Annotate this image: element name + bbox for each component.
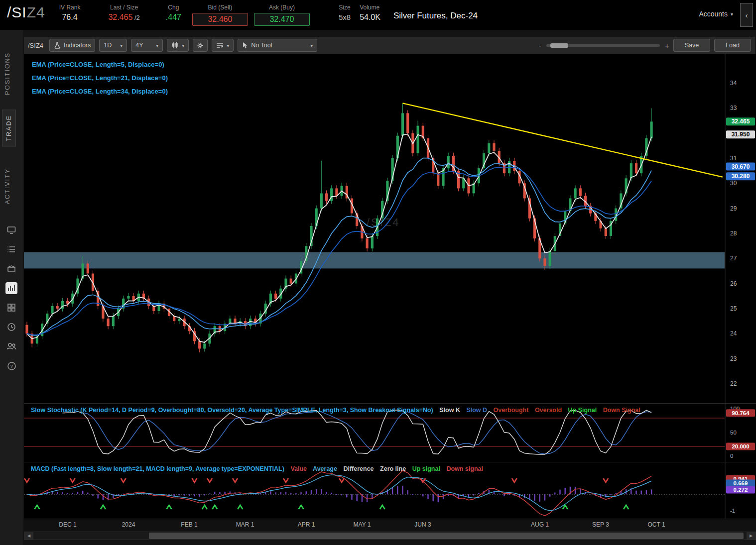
svg-text:28: 28: [730, 230, 737, 237]
last-size-stat: Last / Size 32.465 /2: [108, 3, 139, 23]
svg-text:0.669: 0.669: [734, 480, 748, 486]
flask-icon: [54, 42, 61, 49]
ask-price: 32.470: [269, 15, 294, 24]
zoom-slider[interactable]: [546, 44, 660, 47]
range-dropdown[interactable]: 4Y ▾: [131, 39, 163, 52]
help-icon[interactable]: ?: [5, 360, 17, 372]
iv-rank-label: IV Rank: [59, 3, 81, 12]
tab-trade[interactable]: TRADE: [2, 109, 16, 146]
instrument-title: Silver Futures, Dec-24: [393, 11, 478, 21]
accounts-label: Accounts: [699, 10, 728, 18]
tab-activity[interactable]: ACTIVITY: [4, 168, 11, 204]
ema21-label[interactable]: EMA (Price=CLOSE, Length=21, Displace=0): [32, 71, 168, 85]
svg-text:30.280: 30.280: [732, 173, 750, 180]
svg-text:31.950: 31.950: [732, 131, 750, 138]
price-chart-panel[interactable]: EMA (Price=CLOSE, Length=5, Displace=0) …: [24, 54, 756, 403]
header: /SIZ4 IV Rank 76.4 Last / Size 32.465 /2…: [0, 0, 756, 30]
save-button[interactable]: Save: [673, 39, 710, 52]
scroll-left-button[interactable]: ◀: [24, 532, 33, 540]
bid-stat: Bid (Sell) 32.460: [192, 3, 248, 26]
chart-scrollbar[interactable]: ◀ ▶: [24, 532, 756, 540]
chart-module: /SIZ4 Indicators 1D ▾ 4Y ▾ ▾ ▾: [23, 30, 756, 545]
candlestick-chart-canvas[interactable]: /SIZ43433323130292827262524232232.46531.…: [24, 54, 756, 403]
collapse-icon: ‹: [746, 11, 748, 19]
clock-icon[interactable]: [5, 321, 17, 333]
zoom-in-button[interactable]: +: [665, 41, 669, 50]
svg-text:0.272: 0.272: [734, 487, 748, 493]
svg-text:24: 24: [730, 330, 737, 337]
svg-text:22: 22: [730, 380, 737, 387]
bid-label: Bid (Sell): [192, 3, 248, 12]
charts-icon[interactable]: [5, 282, 17, 294]
svg-text:29: 29: [730, 205, 737, 212]
ask-label: Ask (Buy): [254, 3, 310, 12]
chg-label: Chg: [166, 3, 181, 12]
monitor-icon[interactable]: [5, 224, 17, 236]
svg-text:20.000: 20.000: [732, 443, 749, 449]
list-icon[interactable]: [5, 243, 17, 255]
scrollbar-track[interactable]: [33, 532, 747, 540]
bid-button[interactable]: 32.460: [192, 13, 248, 26]
chevron-down-icon: ▾: [156, 43, 158, 48]
macd-panel[interactable]: MACD (Fast length=8, Slow length=21, MAC…: [24, 462, 756, 519]
trade-ticket-icon[interactable]: [5, 263, 17, 275]
zoom-out-button[interactable]: -: [539, 41, 541, 50]
time-axis: DEC 12024FEB 1MAR 1APR 1MAY 1JUN 3AUG 1S…: [24, 519, 756, 531]
chart-type-dropdown[interactable]: ▾: [167, 39, 189, 52]
svg-text:31: 31: [730, 155, 737, 162]
load-button[interactable]: Load: [714, 39, 751, 52]
symbol-title: /SIZ4: [7, 4, 45, 21]
grid-icon[interactable]: [5, 302, 17, 314]
stochastic-chart-canvas[interactable]: 10050090.76420.000: [24, 404, 756, 462]
time-axis-label: OCT 1: [647, 521, 665, 528]
volume-value: 54.0K: [360, 12, 380, 23]
chevron-down-icon: ▾: [227, 43, 229, 48]
bid-price: 32.460: [208, 15, 232, 24]
left-sidebar: POSITIONS TRADE ACTIVITY ?: [0, 30, 23, 545]
svg-text:33: 33: [730, 105, 737, 111]
chevron-down-icon: ▾: [731, 11, 733, 17]
svg-text:23: 23: [730, 355, 737, 362]
ask-stat: Ask (Buy) 32.470: [254, 3, 310, 26]
stochastic-panel[interactable]: Slow Stochastic (K Period=14, D Period=9…: [24, 403, 756, 462]
svg-text:0: 0: [730, 453, 733, 459]
chevron-down-icon: ▾: [120, 43, 123, 48]
size-label: Size: [339, 3, 351, 12]
svg-text:27: 27: [730, 255, 737, 262]
scroll-right-button[interactable]: ▶: [747, 532, 756, 540]
candlestick-icon: [171, 42, 179, 49]
time-axis-label: FEB 1: [181, 521, 197, 528]
iv-rank-value: 76.4: [59, 12, 81, 23]
accounts-dropdown[interactable]: Accounts ▾: [699, 10, 733, 18]
timeframe-dropdown[interactable]: 1D ▾: [99, 39, 127, 52]
macd-chart-canvas[interactable]: -10.9410.6690.272: [24, 462, 756, 519]
chart-toolbar: /SIZ4 Indicators 1D ▾ 4Y ▾ ▾ ▾: [24, 37, 755, 54]
indicators-button[interactable]: Indicators: [49, 39, 95, 52]
people-icon[interactable]: [5, 340, 17, 352]
save-label: Save: [685, 42, 699, 49]
zoom-slider-thumb[interactable]: [550, 43, 568, 48]
svg-text:30: 30: [730, 180, 737, 187]
chevron-down-icon: ▾: [310, 43, 313, 48]
timeframe-value: 1D: [104, 42, 112, 49]
time-axis-label: DEC 1: [59, 521, 76, 528]
scroll-right-icon: ▶: [750, 534, 753, 538]
collapse-panel-button[interactable]: ‹: [740, 3, 753, 27]
indicators-label: Indicators: [64, 42, 91, 49]
size-value: 5x8: [339, 12, 351, 23]
pattern-dropdown[interactable]: ▾: [212, 39, 234, 52]
drawing-tool-dropdown[interactable]: No Tool ▾: [238, 39, 317, 52]
ema5-label[interactable]: EMA (Price=CLOSE, Length=5, Displace=0): [32, 58, 168, 71]
time-axis-label: JUN 3: [414, 521, 431, 528]
chg-stat: Chg .447: [166, 3, 181, 23]
sidebar-icon-rail: ?: [0, 224, 23, 372]
tab-positions[interactable]: POSITIONS: [4, 52, 11, 95]
scrollbar-thumb[interactable]: [149, 533, 744, 539]
svg-text:25: 25: [730, 305, 737, 312]
ask-button[interactable]: 32.470: [254, 13, 310, 26]
symbol-root: /SI: [7, 4, 27, 20]
scroll-left-icon: ◀: [27, 534, 30, 538]
ema34-label[interactable]: EMA (Price=CLOSE, Length=34, Displace=0): [32, 85, 168, 98]
trading-platform-window: /SIZ4 IV Rank 76.4 Last / Size 32.465 /2…: [0, 0, 756, 545]
chart-settings-button[interactable]: [193, 39, 208, 52]
